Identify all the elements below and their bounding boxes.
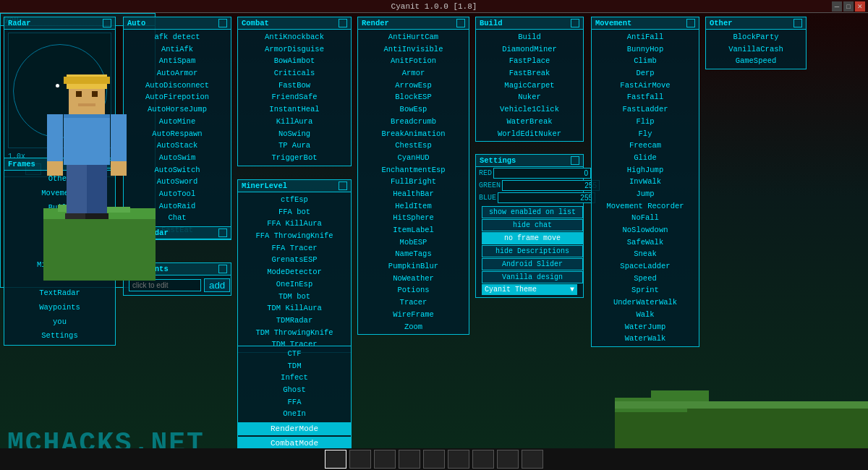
textradar-checkbox[interactable] (218, 228, 227, 237)
minerlevel-item[interactable]: ctfEsp (238, 194, 351, 206)
combat-item[interactable]: FastBow (238, 80, 351, 92)
minerlevel-item[interactable]: FFA KillAura (238, 218, 351, 230)
close-button[interactable]: ✕ (855, 1, 865, 12)
build-item[interactable]: DiamondMiner (476, 43, 583, 56)
combatmode-item[interactable]: Ghost (238, 384, 351, 396)
settings-checkbox[interactable] (571, 156, 579, 165)
blue-input[interactable] (498, 192, 595, 203)
taskbar-slot[interactable] (374, 450, 396, 469)
build-item[interactable]: FastBreak (476, 67, 583, 80)
movement-item[interactable]: Fastfall (592, 91, 699, 103)
render-item[interactable]: BlockESP (358, 91, 469, 103)
frames-item[interactable]: you (4, 315, 115, 330)
minerlevel-item[interactable]: OneInEsp (238, 278, 351, 291)
render-item[interactable]: FullBright (358, 176, 469, 188)
other-item[interactable]: BlockParty (706, 31, 806, 43)
build-checkbox[interactable] (571, 19, 579, 27)
minerlevel-checkbox[interactable] (339, 181, 347, 190)
waypoints-input[interactable] (129, 279, 201, 291)
render-checkbox[interactable] (456, 19, 465, 27)
combatmode-item[interactable]: CTF (238, 348, 351, 360)
minimize-button[interactable]: ─ (832, 1, 842, 12)
combat-item[interactable]: BowAimbot (238, 55, 351, 67)
render-item[interactable]: AntiHurtCam (358, 31, 469, 43)
build-item[interactable]: Vehicle1Click (476, 103, 583, 116)
frames-item[interactable]: TextRadar (4, 286, 115, 301)
maximize-button[interactable]: □ (843, 1, 854, 12)
render-item[interactable]: ItemLabel (358, 224, 469, 236)
render-item[interactable]: Tracer (358, 296, 469, 309)
render-item[interactable]: Zoom (358, 321, 469, 333)
movement-item[interactable]: FastLadder (592, 103, 699, 116)
render-item[interactable]: Breadcrumb (358, 116, 469, 128)
minerlevel-item[interactable]: TDM bot (238, 291, 351, 303)
green-input[interactable] (502, 180, 600, 191)
build-item[interactable]: WaterBreak (476, 116, 583, 128)
minerlevel-item[interactable]: TDM ThrowingKnife (238, 327, 351, 339)
render-item[interactable]: HitSphere (358, 212, 469, 224)
movement-item[interactable]: WaterWalk (592, 333, 699, 345)
movement-item[interactable]: Glide (592, 152, 699, 164)
android-slider-button[interactable]: Android Slider (482, 258, 583, 270)
hide-chat-button[interactable]: hide chat (482, 219, 583, 231)
movement-item[interactable]: Speed (592, 273, 699, 285)
taskbar-slot[interactable] (349, 450, 371, 469)
combat-item[interactable]: KillAura (238, 116, 351, 128)
combat-item[interactable]: TP Aura (238, 140, 351, 152)
minerlevel-item[interactable]: FFA ThrowingKnife (238, 230, 351, 242)
show-enabled-button[interactable]: show enabled on list (482, 206, 583, 218)
movement-item[interactable]: WaterJump (592, 321, 699, 333)
no-frame-move-button[interactable]: no frame move (482, 232, 583, 244)
minerlevel-item[interactable]: FFA bot (238, 206, 351, 218)
minerlevel-item[interactable]: GrenatsESP (238, 254, 351, 266)
movement-item[interactable]: Movement Recorder (592, 200, 699, 213)
taskbar-slot[interactable] (448, 450, 469, 469)
combat-item[interactable]: AntiKnockback (238, 31, 351, 43)
movement-item[interactable]: Sprint (592, 284, 699, 296)
render-item[interactable]: BowEsp (358, 103, 469, 116)
combat-checkbox[interactable] (339, 19, 347, 27)
build-item[interactable]: Nuker (476, 91, 583, 103)
combat-item[interactable]: FriendSafe (238, 91, 351, 103)
movement-item[interactable]: NoSlowdown (592, 224, 699, 236)
movement-item[interactable]: UnderWaterWalk (592, 296, 699, 309)
movement-item[interactable]: FastAirMove (592, 80, 699, 92)
render-item[interactable]: ArrowEsp (358, 80, 469, 92)
taskbar-slot[interactable] (423, 450, 445, 469)
minerlevel-item[interactable]: TDMRadar (238, 315, 351, 327)
waypoints-checkbox[interactable] (218, 265, 227, 273)
render-item[interactable]: MobESP (358, 236, 469, 249)
movement-checkbox[interactable] (686, 19, 695, 27)
render-item[interactable]: WireFrame (358, 309, 469, 321)
movement-item[interactable]: BunnyHop (592, 43, 699, 56)
movement-item[interactable]: SpaceLadder (592, 260, 699, 273)
hide-desc-button[interactable]: hide Descriptions (482, 245, 583, 257)
vanilla-design-button[interactable]: Vanilla design (482, 271, 583, 283)
render-item[interactable]: CyanHUD (358, 152, 469, 164)
build-item[interactable]: WorldEditNuker (476, 128, 583, 140)
combat-item[interactable]: NoSwing (238, 128, 351, 140)
cyanit-theme-dropdown[interactable]: Cyanit Theme ▼ (482, 284, 577, 295)
taskbar-slot[interactable] (399, 450, 420, 469)
taskbar-slot[interactable] (325, 450, 346, 469)
rendermode-button[interactable]: RenderMode (238, 422, 351, 435)
other-checkbox[interactable] (793, 19, 802, 27)
minerlevel-item[interactable]: TDM KillAura (238, 302, 351, 315)
combatmode-item[interactable]: Infect (238, 372, 351, 384)
build-item[interactable]: Build (476, 31, 583, 43)
combat-item[interactable]: TriggerBot (238, 152, 351, 164)
render-item[interactable]: PumpkinBlur (358, 260, 469, 273)
render-item[interactable]: EnchantmentEsp (358, 164, 469, 176)
red-input[interactable] (493, 168, 591, 179)
build-item[interactable]: MagicCarpet (476, 80, 583, 92)
movement-item[interactable]: Flip (592, 116, 699, 128)
taskbar-slot[interactable] (522, 450, 543, 469)
movement-item[interactable]: Jump (592, 188, 699, 200)
render-item[interactable]: AnitFotion (358, 55, 469, 67)
render-item[interactable]: ChestEsp (358, 140, 469, 152)
combat-item[interactable]: Criticals (238, 67, 351, 80)
render-item[interactable]: HeldItem (358, 200, 469, 213)
frames-item[interactable]: Waypoints (4, 301, 115, 315)
render-item[interactable]: BreakAnimation (358, 128, 469, 140)
taskbar-slot[interactable] (472, 450, 494, 469)
